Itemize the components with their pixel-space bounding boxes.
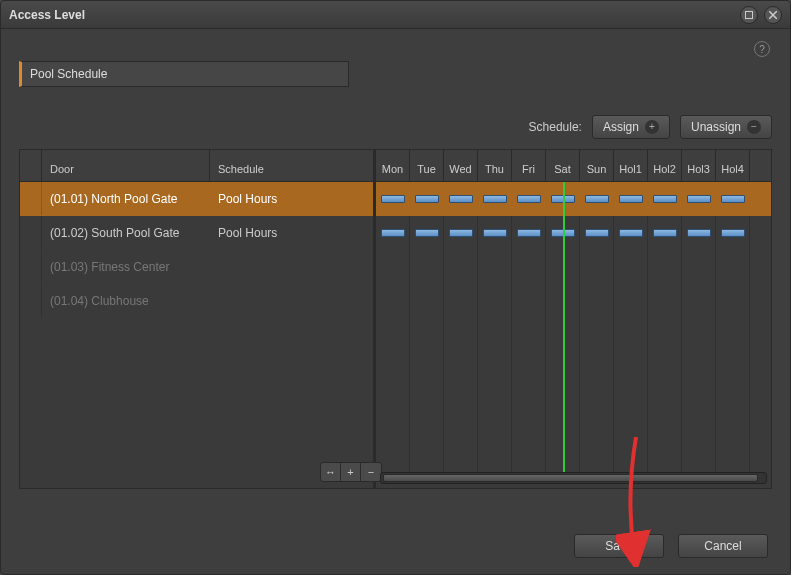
minus-icon: − — [747, 120, 761, 134]
schedule-cell[interactable] — [478, 182, 512, 216]
schedule-cell[interactable] — [512, 182, 546, 216]
header-schedule[interactable]: Schedule — [210, 150, 373, 181]
schedule-cell[interactable] — [478, 250, 512, 284]
header-day[interactable]: Sat — [546, 150, 580, 181]
schedule-cell[interactable] — [614, 250, 648, 284]
schedule-cell[interactable] — [648, 182, 682, 216]
header-day[interactable]: Sun — [580, 150, 614, 181]
unassign-button[interactable]: Unassign − — [680, 115, 772, 139]
schedule-toolbar: Schedule: Assign + Unassign − — [19, 115, 772, 139]
schedule-cell[interactable] — [444, 250, 478, 284]
schedule-cell[interactable] — [410, 284, 444, 318]
schedule-cell[interactable] — [410, 182, 444, 216]
schedule-cell[interactable] — [614, 182, 648, 216]
schedule-bar — [721, 195, 745, 203]
header-day[interactable]: Wed — [444, 150, 478, 181]
schedule-cell[interactable] — [512, 284, 546, 318]
assign-button-label: Assign — [603, 120, 639, 134]
schedule-bar — [687, 195, 711, 203]
dialog-footer: Save Cancel — [574, 534, 768, 558]
schedule-cell[interactable] — [376, 182, 410, 216]
schedule-cell[interactable] — [716, 182, 750, 216]
header-door[interactable]: Door — [42, 150, 210, 181]
schedule-cell[interactable] — [682, 284, 716, 318]
schedule-row[interactable] — [376, 250, 771, 284]
unassign-button-label: Unassign — [691, 120, 741, 134]
row-door-label: (01.03) Fitness Center — [42, 260, 210, 274]
row-door-label: (01.01) North Pool Gate — [42, 192, 210, 206]
schedule-cell[interactable] — [648, 216, 682, 250]
header-day[interactable]: Fri — [512, 150, 546, 181]
header-day[interactable]: Hol1 — [614, 150, 648, 181]
schedule-cell[interactable] — [580, 182, 614, 216]
row-door-label: (01.02) South Pool Gate — [42, 226, 210, 240]
schedule-cell[interactable] — [478, 284, 512, 318]
schedule-cell[interactable] — [716, 284, 750, 318]
maximize-icon — [745, 11, 753, 19]
schedule-bar — [653, 195, 677, 203]
cancel-button-label: Cancel — [704, 539, 741, 553]
header-day[interactable]: Hol2 — [648, 150, 682, 181]
schedule-row[interactable] — [376, 284, 771, 318]
schedule-row[interactable] — [376, 216, 771, 250]
schedule-cell[interactable] — [376, 216, 410, 250]
schedule-row[interactable] — [376, 182, 771, 216]
schedule-cell[interactable] — [614, 216, 648, 250]
schedule-cell[interactable] — [648, 250, 682, 284]
schedule-cell[interactable] — [716, 216, 750, 250]
grid-header-row: Door Schedule — [20, 150, 373, 182]
schedule-cell[interactable] — [478, 216, 512, 250]
schedule-bar — [415, 229, 439, 237]
schedule-cell[interactable] — [410, 250, 444, 284]
header-selector — [20, 150, 42, 181]
table-row[interactable]: (01.03) Fitness Center — [20, 250, 373, 284]
header-day[interactable]: Thu — [478, 150, 512, 181]
close-button[interactable] — [764, 6, 782, 24]
table-row[interactable]: (01.04) Clubhouse — [20, 284, 373, 318]
schedule-bar — [653, 229, 677, 237]
assign-button[interactable]: Assign + — [592, 115, 670, 139]
schedule-cell[interactable] — [444, 284, 478, 318]
schedule-cell[interactable] — [682, 250, 716, 284]
schedule-cell[interactable] — [682, 182, 716, 216]
schedule-cell[interactable] — [512, 250, 546, 284]
schedule-cell[interactable] — [580, 284, 614, 318]
schedule-cell[interactable] — [410, 216, 444, 250]
svg-rect-0 — [746, 11, 753, 18]
cancel-button[interactable]: Cancel — [678, 534, 768, 558]
schedule-cell[interactable] — [444, 182, 478, 216]
scrollbar-thumb[interactable] — [383, 474, 758, 482]
zoom-in-button[interactable]: + — [341, 463, 361, 481]
window-title: Access Level — [9, 8, 85, 22]
schedule-bar — [415, 195, 439, 203]
schedule-cell[interactable] — [444, 216, 478, 250]
schedule-cell[interactable] — [682, 216, 716, 250]
schedule-cell[interactable] — [376, 284, 410, 318]
grid-right-pane: MonTueWedThuFriSatSunHol1Hol2Hol3Hol4 — [376, 150, 771, 488]
header-day[interactable]: Hol4 — [716, 150, 750, 181]
header-day[interactable]: Mon — [376, 150, 410, 181]
schedule-cell[interactable] — [376, 250, 410, 284]
access-level-name-input[interactable]: Pool Schedule — [19, 61, 349, 87]
schedule-cell[interactable] — [580, 250, 614, 284]
header-day[interactable]: Tue — [410, 150, 444, 181]
horizontal-scrollbar[interactable] — [380, 472, 767, 484]
current-time-indicator — [563, 182, 565, 472]
schedule-bar — [585, 195, 609, 203]
schedule-cell[interactable] — [580, 216, 614, 250]
save-button[interactable]: Save — [574, 534, 664, 558]
fit-width-button[interactable]: ↔ — [321, 463, 341, 481]
access-level-name-value: Pool Schedule — [30, 67, 107, 81]
schedule-bar — [381, 195, 405, 203]
schedule-bar — [483, 195, 507, 203]
schedule-cell[interactable] — [648, 284, 682, 318]
header-day[interactable]: Hol3 — [682, 150, 716, 181]
schedule-cell[interactable] — [614, 284, 648, 318]
table-row[interactable]: (01.01) North Pool GatePool Hours — [20, 182, 373, 216]
table-row[interactable]: (01.02) South Pool GatePool Hours — [20, 216, 373, 250]
help-icon[interactable]: ? — [754, 41, 770, 57]
maximize-button[interactable] — [740, 6, 758, 24]
schedule-cell[interactable] — [716, 250, 750, 284]
save-button-label: Save — [605, 539, 632, 553]
schedule-cell[interactable] — [512, 216, 546, 250]
